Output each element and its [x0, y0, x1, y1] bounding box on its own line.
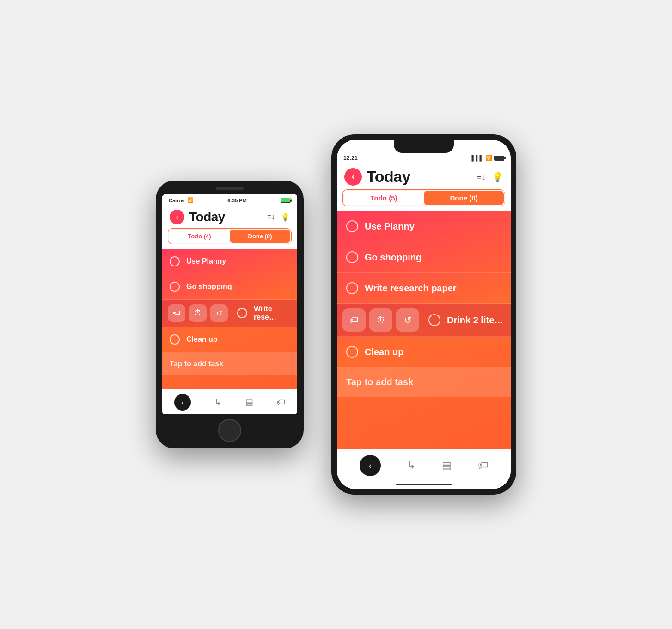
nav-tags-icon-x: 🏷 — [478, 460, 488, 472]
task-item-write-research-x[interactable]: Write research paper — [337, 273, 511, 304]
tab-todo-x[interactable]: Todo (5) — [344, 191, 424, 205]
nav-lists-button-x[interactable]: ▤ — [442, 460, 452, 472]
wifi-icon: 📶 — [187, 197, 194, 203]
header-icons: ≡↓ 💡 — [267, 213, 290, 222]
task-checkbox-write[interactable] — [237, 308, 247, 318]
task-checkbox-use-planny[interactable] — [170, 256, 180, 266]
nav-tags-button-x[interactable]: 🏷 — [478, 460, 488, 472]
swipe-task-text-x: Drink 2 lite… — [425, 309, 511, 331]
nav-home-button[interactable]: ‹ — [174, 394, 191, 411]
task-item-use-planny-x[interactable]: Use Planny — [337, 211, 511, 242]
status-bar: Carrier 📶 6:35 PM ⚡ — [162, 194, 297, 205]
bottom-nav-x: ‹ ↳ ▤ 🏷 — [337, 449, 511, 480]
add-task-button-x[interactable]: Tap to add task — [337, 368, 511, 397]
page-title: Today — [189, 210, 225, 224]
tabs: Todo (4) Done (0) — [168, 228, 292, 244]
nav-home-icon-x: ‹ — [369, 461, 372, 471]
tabs-container-x: Todo (5) Done (0) — [337, 189, 511, 211]
nav-lists-icon-x: ▤ — [442, 460, 452, 472]
task-checkbox-drink-x[interactable] — [428, 314, 440, 326]
back-button-x[interactable]: ‹ — [344, 168, 362, 186]
add-task-label: Tap to add task — [170, 360, 223, 368]
nav-tags-icon: 🏷 — [277, 398, 285, 407]
swipe-timer-button[interactable]: ⏱ — [189, 304, 207, 322]
task-label-drink-x: Drink 2 lite… — [447, 315, 503, 326]
task-checkbox-go-shopping-x[interactable] — [346, 251, 358, 263]
swipe-timer-button-x[interactable]: ⏱ — [369, 308, 392, 332]
task-item-go-shopping-x[interactable]: Go shopping — [337, 242, 511, 273]
back-icon-x: ‹ — [352, 172, 354, 181]
screen-se: Carrier 📶 6:35 PM ⚡ ‹ Today ≡↓ 💡 — [162, 194, 297, 414]
app-header-x: ‹ Today ≡↓ 💡 — [337, 163, 511, 189]
nav-home-button-x[interactable]: ‹ — [360, 455, 381, 476]
time-display-x: 12:21 — [343, 155, 358, 161]
time-display: 6:35 PM — [227, 198, 247, 203]
task-label-go-shopping-x: Go shopping — [365, 252, 422, 263]
home-indicator — [337, 480, 511, 489]
task-label-write-x: Write research paper — [365, 283, 457, 294]
add-task-button[interactable]: Tap to add task — [162, 352, 297, 375]
task-checkbox-clean-up-x[interactable] — [346, 346, 358, 358]
battery-area: ⚡ — [281, 198, 291, 203]
notch — [394, 140, 454, 153]
back-button[interactable]: ‹ — [170, 210, 184, 224]
swipe-actions-x: 🏷 ⏱ ↺ — [337, 304, 425, 336]
bottom-nav: ‹ ↳ ▤ 🏷 — [162, 389, 297, 414]
swipe-repeat-button-x[interactable]: ↺ — [396, 308, 419, 332]
tab-todo[interactable]: Todo (4) — [169, 230, 230, 243]
tabs-container: Todo (4) Done (0) — [162, 228, 297, 249]
battery-icon: ⚡ — [281, 198, 291, 203]
nav-lists-icon: ▤ — [245, 397, 253, 407]
home-indicator-bar — [396, 484, 452, 485]
charging-icon: ⚡ — [288, 197, 293, 201]
back-icon: ‹ — [176, 213, 178, 221]
tabs-x: Todo (5) Done (0) — [342, 189, 505, 206]
swipe-actions: 🏷 ⏱ ↺ — [162, 300, 233, 327]
signal-icon: ▌▌▌ — [471, 155, 483, 161]
task-list: Use Planny Go shopping 🏷 ⏱ ↺ Write rese… — [162, 249, 297, 389]
task-item-use-planny[interactable]: Use Planny — [162, 249, 297, 274]
task-label-use-planny-x: Use Planny — [365, 221, 415, 232]
swipe-tag-button[interactable]: 🏷 — [168, 304, 185, 322]
nav-lists-button[interactable]: ▤ — [245, 397, 253, 407]
task-checkbox-write-x[interactable] — [346, 282, 358, 294]
header-left-x: ‹ Today — [344, 168, 410, 186]
task-checkbox-go-shopping[interactable] — [170, 282, 180, 292]
task-label-clean-up: Clean up — [186, 335, 218, 344]
status-icons-x: ▌▌▌ 🛜 — [471, 155, 504, 161]
task-item-write-research-swipe[interactable]: 🏷 ⏱ ↺ Write rese… — [162, 300, 297, 327]
nav-action-button[interactable]: ↳ — [214, 397, 221, 407]
nav-action-button-x[interactable]: ↳ — [407, 460, 415, 472]
tab-done-x[interactable]: Done (0) — [424, 191, 504, 205]
task-item-clean-up[interactable]: Clean up — [162, 327, 297, 352]
nav-home-icon: ‹ — [181, 399, 183, 406]
page-title-x: Today — [367, 168, 410, 186]
task-checkbox-use-planny-x[interactable] — [346, 220, 358, 232]
speaker — [216, 187, 244, 190]
add-task-label-x: Tap to add task — [346, 377, 413, 387]
battery-icon-x — [494, 156, 504, 161]
task-label-write: Write rese… — [254, 305, 293, 321]
task-checkbox-clean-up[interactable] — [170, 334, 180, 345]
task-item-clean-up-x[interactable]: Clean up — [337, 337, 511, 368]
task-item-drink-swipe-x[interactable]: 🏷 ⏱ ↺ Drink 2 lite… — [337, 304, 511, 337]
task-label-use-planny: Use Planny — [186, 257, 226, 266]
lightbulb-icon[interactable]: 💡 — [281, 213, 290, 222]
home-button[interactable] — [218, 419, 241, 442]
swipe-tag-button-x[interactable]: 🏷 — [342, 308, 366, 332]
sort-icon[interactable]: ≡↓ — [267, 213, 275, 221]
sort-icon-x[interactable]: ≡↓ — [476, 171, 486, 182]
task-item-go-shopping[interactable]: Go shopping — [162, 274, 297, 300]
carrier-text: Carrier — [169, 198, 185, 203]
nav-tags-button[interactable]: 🏷 — [277, 398, 285, 407]
nav-action-icon: ↳ — [214, 397, 221, 407]
lightbulb-icon-x[interactable]: 💡 — [492, 171, 503, 182]
header-left: ‹ Today — [170, 210, 225, 224]
swipe-repeat-button[interactable]: ↺ — [210, 304, 228, 322]
screen-x: 12:21 ▌▌▌ 🛜 ‹ Today ≡↓ 💡 Todo (5 — [337, 140, 511, 489]
wifi-icon-x: 🛜 — [485, 155, 492, 161]
tab-done[interactable]: Done (0) — [230, 230, 290, 243]
app-header: ‹ Today ≡↓ 💡 — [162, 205, 297, 228]
nav-action-icon-x: ↳ — [407, 460, 415, 472]
task-label-go-shopping: Go shopping — [186, 283, 232, 291]
